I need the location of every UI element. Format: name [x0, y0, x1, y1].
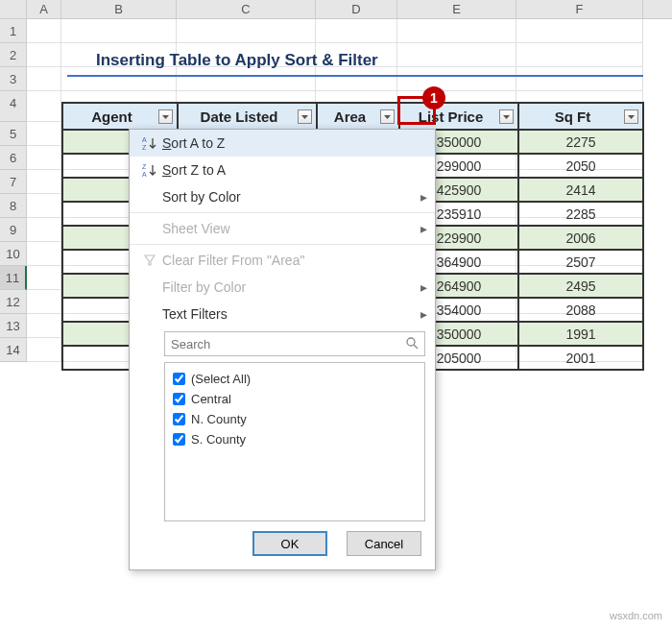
svg-point-4 [407, 338, 415, 346]
menu-sort-color[interactable]: Sort by Color ▸ [130, 183, 435, 210]
menu-label: Sheet View [162, 221, 420, 236]
svg-text:Z: Z [142, 144, 147, 151]
row-header[interactable]: 7 [0, 170, 27, 194]
filter-button-price[interactable] [499, 109, 514, 124]
col-label: Agent [67, 109, 156, 125]
menu-sort-az[interactable]: AZ Sort A to Z [130, 130, 435, 157]
menu-separator [130, 212, 435, 213]
cell-sqft[interactable]: 2414 [518, 178, 643, 202]
col-header-D[interactable]: D [316, 0, 397, 18]
filter-search-input[interactable] [171, 337, 405, 351]
cell-sqft[interactable]: 2507 [518, 250, 643, 274]
submenu-arrow-icon: ▸ [420, 189, 427, 205]
check-label: S. County [191, 432, 246, 447]
cell-sqft[interactable]: 2088 [518, 298, 643, 322]
col-area: Area [317, 103, 399, 130]
title-underline [67, 75, 643, 77]
filter-button-sqft[interactable] [624, 109, 638, 124]
col-sqft: Sq Ft [518, 103, 643, 130]
row-header[interactable]: 11 [0, 266, 27, 290]
col-header-B[interactable]: B [61, 0, 177, 18]
row-header[interactable]: 8 [0, 194, 27, 218]
menu-clear-filter: Clear Filter From "Area" [130, 247, 435, 274]
row-header[interactable]: 5 [0, 122, 27, 146]
row-header[interactable]: 12 [0, 290, 27, 314]
menu-label: Sort Z to A [162, 162, 427, 178]
cell-sqft[interactable]: 1991 [518, 322, 643, 346]
menu-label: Filter by Color [162, 279, 420, 295]
filter-button-date[interactable] [298, 109, 312, 124]
cell-sqft[interactable]: 2285 [518, 202, 643, 226]
filter-search-box[interactable] [164, 331, 425, 356]
col-header-C[interactable]: C [177, 0, 316, 18]
clear-filter-icon [137, 254, 162, 267]
menu-sort-za[interactable]: ZA Sort Z to A [130, 157, 435, 183]
menu-filter-color: Filter by Color ▸ [130, 274, 435, 301]
check-label: Central [191, 392, 231, 406]
col-header-F[interactable]: F [516, 0, 643, 18]
menu-label: Sort by Color [162, 189, 420, 205]
ok-button[interactable]: OK [252, 531, 327, 556]
check-item[interactable]: S. County [173, 429, 417, 449]
page-title: Inserting Table to Apply Sort & Filter [96, 51, 378, 70]
check-item[interactable]: N. County [173, 409, 417, 429]
checkbox[interactable] [173, 413, 185, 425]
submenu-arrow-icon: ▸ [420, 221, 427, 236]
menu-text-filters[interactable]: Text Filters ▸ [130, 301, 435, 327]
table-header-row: Agent Date Listed Area List Price Sq Ft [62, 103, 643, 130]
svg-text:A: A [142, 136, 147, 143]
filter-values-list[interactable]: (Select All) Central N. County S. County [164, 362, 425, 521]
row-header-col: 1 2 3 4 5 6 7 8 9 10 11 12 13 14 [0, 19, 27, 362]
filter-button-area[interactable] [380, 109, 395, 124]
row-header[interactable]: 13 [0, 314, 27, 338]
svg-text:A: A [142, 171, 147, 178]
row-header[interactable]: 6 [0, 146, 27, 170]
checkbox[interactable] [173, 393, 185, 405]
row-header[interactable]: 10 [0, 242, 27, 266]
menu-separator [130, 244, 435, 245]
cell-sqft[interactable]: 2495 [518, 274, 643, 298]
check-item[interactable]: (Select All) [173, 369, 417, 389]
filter-button-agent[interactable] [158, 109, 173, 124]
check-label: N. County [191, 412, 247, 426]
menu-sheet-view: Sheet View ▸ [130, 215, 435, 242]
select-all-corner[interactable] [0, 0, 27, 18]
search-icon [405, 336, 419, 352]
row-header[interactable]: 9 [0, 218, 27, 242]
col-label: Area [322, 109, 378, 125]
menu-label: Sort A to Z [162, 135, 427, 151]
submenu-arrow-icon: ▸ [420, 306, 427, 322]
cell-sqft[interactable]: 2050 [518, 154, 643, 178]
checkbox[interactable] [173, 373, 185, 385]
check-item[interactable]: Central [173, 389, 417, 409]
check-label: (Select All) [191, 372, 251, 386]
col-agent: Agent [62, 103, 178, 130]
watermark: wsxdn.com [610, 610, 662, 621]
svg-text:Z: Z [142, 163, 147, 170]
row-header[interactable]: 1 [0, 19, 27, 43]
submenu-arrow-icon: ▸ [420, 279, 427, 295]
row-header[interactable]: 14 [0, 338, 27, 362]
row-header[interactable]: 2 [0, 43, 27, 67]
row-header[interactable]: 4 [0, 91, 27, 122]
cancel-button[interactable]: Cancel [347, 531, 421, 556]
col-date: Date Listed [178, 103, 317, 130]
cell-sqft[interactable]: 2001 [518, 346, 643, 370]
col-label: Sq Ft [523, 109, 622, 125]
row-header[interactable]: 3 [0, 67, 27, 91]
menu-label: Clear Filter From "Area" [162, 253, 427, 268]
cell-sqft[interactable]: 2275 [518, 130, 643, 154]
filter-menu: AZ Sort A to Z ZA Sort Z to A Sort by Co… [129, 129, 436, 570]
col-header-A[interactable]: A [27, 0, 61, 18]
cell-sqft[interactable]: 2006 [518, 226, 643, 250]
menu-label: Text Filters [162, 306, 420, 322]
col-header-E[interactable]: E [397, 0, 516, 18]
sort-za-icon: ZA [137, 162, 162, 178]
annotation-badge-1: 1 [422, 86, 445, 109]
sort-az-icon: AZ [137, 135, 162, 151]
column-header-row: A B C D E F [0, 0, 672, 19]
col-label: Date Listed [182, 109, 296, 125]
checkbox[interactable] [173, 433, 185, 446]
